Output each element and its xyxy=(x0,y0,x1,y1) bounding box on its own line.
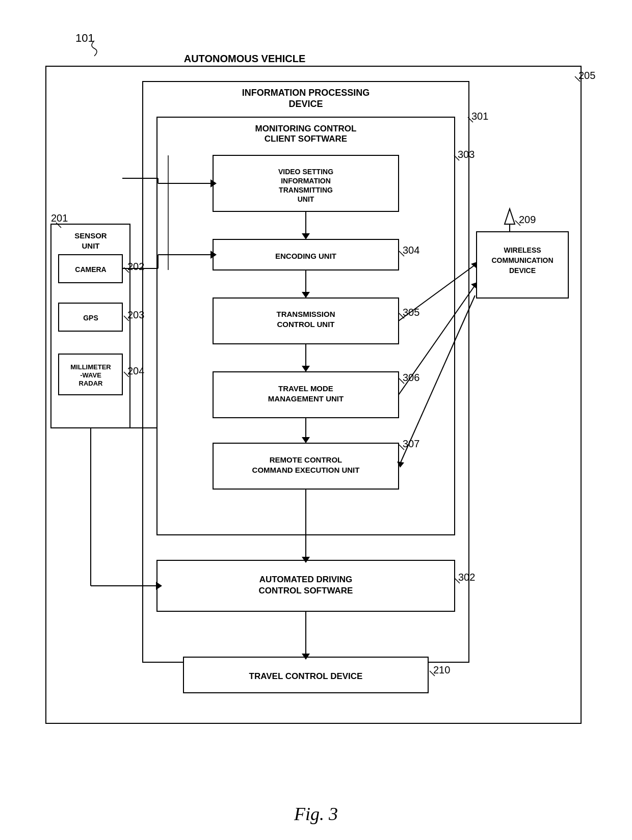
svg-text:CLIENT SOFTWARE: CLIENT SOFTWARE xyxy=(265,134,347,144)
svg-text:TRAVEL CONTROL DEVICE: TRAVEL CONTROL DEVICE xyxy=(249,671,363,681)
autonomous-vehicle-label: AUTONOMOUS VEHICLE xyxy=(184,53,306,64)
svg-text:MILLIMETER: MILLIMETER xyxy=(70,363,111,371)
svg-rect-79 xyxy=(477,232,568,298)
svg-text:202: 202 xyxy=(127,261,144,272)
svg-text:203: 203 xyxy=(127,309,144,320)
svg-text:CONTROL UNIT: CONTROL UNIT xyxy=(277,320,334,329)
svg-text:TRANSMISSION: TRANSMISSION xyxy=(276,310,335,318)
svg-text:RADAR: RADAR xyxy=(79,380,103,387)
svg-text:AUTOMATED DRIVING: AUTOMATED DRIVING xyxy=(259,575,353,584)
svg-text:ENCODING UNIT: ENCODING UNIT xyxy=(275,252,336,260)
svg-text:CONTROL SOFTWARE: CONTROL SOFTWARE xyxy=(259,586,353,595)
svg-text:REMOTE CONTROL: REMOTE CONTROL xyxy=(270,455,343,464)
svg-text:MONITORING CONTROL: MONITORING CONTROL xyxy=(255,124,357,133)
svg-text:.: . xyxy=(521,277,523,285)
svg-text:INFORMATION PROCESSING: INFORMATION PROCESSING xyxy=(242,88,370,98)
svg-text:-WAVE: -WAVE xyxy=(80,371,101,379)
ref-205: 205 xyxy=(578,70,595,81)
svg-text:301: 301 xyxy=(471,111,488,122)
svg-text:DEVICE: DEVICE xyxy=(288,99,323,109)
svg-text:MANAGEMENT UNIT: MANAGEMENT UNIT xyxy=(268,394,344,403)
svg-text:COMMAND EXECUTION UNIT: COMMAND EXECUTION UNIT xyxy=(252,466,360,474)
svg-text:WIRELESS: WIRELESS xyxy=(504,246,541,254)
svg-text:SENSOR: SENSOR xyxy=(74,231,107,240)
svg-text:TRAVEL MODE: TRAVEL MODE xyxy=(278,384,333,393)
svg-text:210: 210 xyxy=(433,664,450,675)
figure-label: Fig. 3 xyxy=(294,803,338,825)
svg-text:CAMERA: CAMERA xyxy=(75,265,106,274)
svg-text:INFORMATION: INFORMATION xyxy=(281,177,331,185)
svg-text:UNIT: UNIT xyxy=(82,241,100,250)
svg-text:TRANSMITTING: TRANSMITTING xyxy=(279,186,333,194)
svg-text:DEVICE: DEVICE xyxy=(509,266,536,275)
diagram-svg: AUTONOMOUS VEHICLE 205 INFORMATION PROCE… xyxy=(25,51,607,790)
svg-text:VIDEO SETTING: VIDEO SETTING xyxy=(278,168,333,176)
svg-text:UNIT: UNIT xyxy=(298,195,314,203)
svg-text:304: 304 xyxy=(403,245,419,256)
svg-text:COMMUNICATION: COMMUNICATION xyxy=(491,256,553,264)
svg-text:201: 201 xyxy=(51,212,68,224)
svg-text:GPS: GPS xyxy=(83,314,98,322)
svg-text:302: 302 xyxy=(458,572,475,583)
svg-text:303: 303 xyxy=(458,149,475,160)
svg-text:209: 209 xyxy=(519,214,536,225)
svg-text:204: 204 xyxy=(127,365,144,376)
page: Fig. 3 101 AUTONOMOUS VEHICLE 205 INFORM… xyxy=(0,0,632,840)
